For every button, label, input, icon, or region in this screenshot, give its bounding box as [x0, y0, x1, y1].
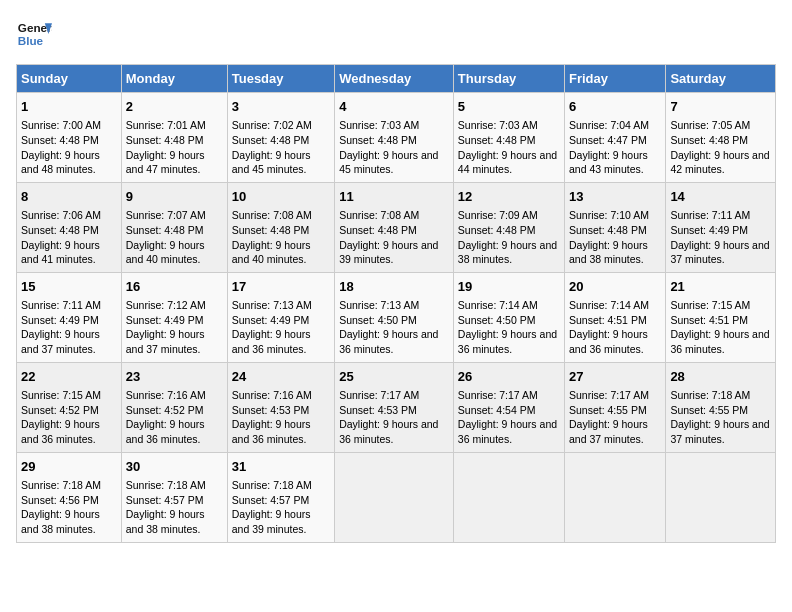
- calendar-cell: 27Sunrise: 7:17 AMSunset: 4:55 PMDayligh…: [565, 362, 666, 452]
- daylight-text: Daylight: 9 hours and 36 minutes.: [232, 327, 330, 356]
- day-number: 26: [458, 368, 560, 386]
- daylight-text: Daylight: 9 hours and 38 minutes.: [458, 238, 560, 267]
- day-number: 5: [458, 98, 560, 116]
- daylight-text: Daylight: 9 hours and 45 minutes.: [339, 148, 449, 177]
- sunrise-text: Sunrise: 7:16 AM: [126, 388, 223, 403]
- calendar-cell: 13Sunrise: 7:10 AMSunset: 4:48 PMDayligh…: [565, 182, 666, 272]
- calendar-cell: 3Sunrise: 7:02 AMSunset: 4:48 PMDaylight…: [227, 93, 334, 183]
- calendar-header-row: SundayMondayTuesdayWednesdayThursdayFrid…: [17, 65, 776, 93]
- calendar-cell: 18Sunrise: 7:13 AMSunset: 4:50 PMDayligh…: [335, 272, 454, 362]
- daylight-text: Daylight: 9 hours and 36 minutes.: [458, 327, 560, 356]
- calendar-cell: 7Sunrise: 7:05 AMSunset: 4:48 PMDaylight…: [666, 93, 776, 183]
- sunset-text: Sunset: 4:48 PM: [232, 223, 330, 238]
- day-number: 24: [232, 368, 330, 386]
- daylight-text: Daylight: 9 hours and 37 minutes.: [670, 238, 771, 267]
- day-number: 25: [339, 368, 449, 386]
- day-number: 18: [339, 278, 449, 296]
- sunrise-text: Sunrise: 7:13 AM: [339, 298, 449, 313]
- calendar-cell: [565, 452, 666, 542]
- sunrise-text: Sunrise: 7:08 AM: [232, 208, 330, 223]
- calendar-cell: 21Sunrise: 7:15 AMSunset: 4:51 PMDayligh…: [666, 272, 776, 362]
- sunrise-text: Sunrise: 7:15 AM: [670, 298, 771, 313]
- sunset-text: Sunset: 4:55 PM: [569, 403, 661, 418]
- sunset-text: Sunset: 4:57 PM: [126, 493, 223, 508]
- svg-text:Blue: Blue: [18, 34, 44, 47]
- day-number: 2: [126, 98, 223, 116]
- calendar-cell: 6Sunrise: 7:04 AMSunset: 4:47 PMDaylight…: [565, 93, 666, 183]
- sunrise-text: Sunrise: 7:17 AM: [569, 388, 661, 403]
- sunrise-text: Sunrise: 7:18 AM: [670, 388, 771, 403]
- calendar-cell: 23Sunrise: 7:16 AMSunset: 4:52 PMDayligh…: [121, 362, 227, 452]
- day-number: 6: [569, 98, 661, 116]
- day-number: 7: [670, 98, 771, 116]
- sunset-text: Sunset: 4:48 PM: [458, 223, 560, 238]
- sunset-text: Sunset: 4:52 PM: [126, 403, 223, 418]
- daylight-text: Daylight: 9 hours and 42 minutes.: [670, 148, 771, 177]
- daylight-text: Daylight: 9 hours and 37 minutes.: [21, 327, 117, 356]
- sunrise-text: Sunrise: 7:00 AM: [21, 118, 117, 133]
- daylight-text: Daylight: 9 hours and 47 minutes.: [126, 148, 223, 177]
- sunrise-text: Sunrise: 7:08 AM: [339, 208, 449, 223]
- sunset-text: Sunset: 4:51 PM: [569, 313, 661, 328]
- sunrise-text: Sunrise: 7:18 AM: [232, 478, 330, 493]
- calendar-week-row: 1Sunrise: 7:00 AMSunset: 4:48 PMDaylight…: [17, 93, 776, 183]
- calendar-cell: 11Sunrise: 7:08 AMSunset: 4:48 PMDayligh…: [335, 182, 454, 272]
- sunset-text: Sunset: 4:48 PM: [458, 133, 560, 148]
- daylight-text: Daylight: 9 hours and 36 minutes.: [126, 417, 223, 446]
- daylight-text: Daylight: 9 hours and 38 minutes.: [21, 507, 117, 536]
- day-number: 23: [126, 368, 223, 386]
- daylight-text: Daylight: 9 hours and 38 minutes.: [569, 238, 661, 267]
- calendar-week-row: 22Sunrise: 7:15 AMSunset: 4:52 PMDayligh…: [17, 362, 776, 452]
- col-header-wednesday: Wednesday: [335, 65, 454, 93]
- sunset-text: Sunset: 4:52 PM: [21, 403, 117, 418]
- calendar-cell: 26Sunrise: 7:17 AMSunset: 4:54 PMDayligh…: [453, 362, 564, 452]
- sunrise-text: Sunrise: 7:10 AM: [569, 208, 661, 223]
- calendar-cell: 2Sunrise: 7:01 AMSunset: 4:48 PMDaylight…: [121, 93, 227, 183]
- sunset-text: Sunset: 4:49 PM: [232, 313, 330, 328]
- col-header-saturday: Saturday: [666, 65, 776, 93]
- col-header-friday: Friday: [565, 65, 666, 93]
- sunset-text: Sunset: 4:50 PM: [339, 313, 449, 328]
- sunrise-text: Sunrise: 7:14 AM: [569, 298, 661, 313]
- sunrise-text: Sunrise: 7:07 AM: [126, 208, 223, 223]
- daylight-text: Daylight: 9 hours and 37 minutes.: [670, 417, 771, 446]
- day-number: 21: [670, 278, 771, 296]
- sunrise-text: Sunrise: 7:11 AM: [21, 298, 117, 313]
- day-number: 15: [21, 278, 117, 296]
- day-number: 11: [339, 188, 449, 206]
- sunrise-text: Sunrise: 7:13 AM: [232, 298, 330, 313]
- daylight-text: Daylight: 9 hours and 36 minutes.: [21, 417, 117, 446]
- calendar-cell: 22Sunrise: 7:15 AMSunset: 4:52 PMDayligh…: [17, 362, 122, 452]
- calendar-week-row: 15Sunrise: 7:11 AMSunset: 4:49 PMDayligh…: [17, 272, 776, 362]
- daylight-text: Daylight: 9 hours and 40 minutes.: [232, 238, 330, 267]
- sunset-text: Sunset: 4:48 PM: [339, 223, 449, 238]
- sunrise-text: Sunrise: 7:15 AM: [21, 388, 117, 403]
- day-number: 8: [21, 188, 117, 206]
- sunset-text: Sunset: 4:54 PM: [458, 403, 560, 418]
- col-header-tuesday: Tuesday: [227, 65, 334, 93]
- calendar-cell: [666, 452, 776, 542]
- calendar-cell: 19Sunrise: 7:14 AMSunset: 4:50 PMDayligh…: [453, 272, 564, 362]
- sunrise-text: Sunrise: 7:11 AM: [670, 208, 771, 223]
- day-number: 4: [339, 98, 449, 116]
- sunrise-text: Sunrise: 7:09 AM: [458, 208, 560, 223]
- daylight-text: Daylight: 9 hours and 44 minutes.: [458, 148, 560, 177]
- calendar-cell: 25Sunrise: 7:17 AMSunset: 4:53 PMDayligh…: [335, 362, 454, 452]
- day-number: 30: [126, 458, 223, 476]
- daylight-text: Daylight: 9 hours and 36 minutes.: [339, 327, 449, 356]
- sunset-text: Sunset: 4:48 PM: [126, 223, 223, 238]
- sunset-text: Sunset: 4:47 PM: [569, 133, 661, 148]
- daylight-text: Daylight: 9 hours and 36 minutes.: [232, 417, 330, 446]
- calendar-cell: 4Sunrise: 7:03 AMSunset: 4:48 PMDaylight…: [335, 93, 454, 183]
- day-number: 22: [21, 368, 117, 386]
- calendar-cell: 14Sunrise: 7:11 AMSunset: 4:49 PMDayligh…: [666, 182, 776, 272]
- calendar-cell: 5Sunrise: 7:03 AMSunset: 4:48 PMDaylight…: [453, 93, 564, 183]
- sunset-text: Sunset: 4:56 PM: [21, 493, 117, 508]
- sunset-text: Sunset: 4:48 PM: [21, 133, 117, 148]
- day-number: 16: [126, 278, 223, 296]
- logo: General Blue: [16, 16, 52, 52]
- sunset-text: Sunset: 4:48 PM: [126, 133, 223, 148]
- sunrise-text: Sunrise: 7:06 AM: [21, 208, 117, 223]
- sunset-text: Sunset: 4:48 PM: [569, 223, 661, 238]
- day-number: 17: [232, 278, 330, 296]
